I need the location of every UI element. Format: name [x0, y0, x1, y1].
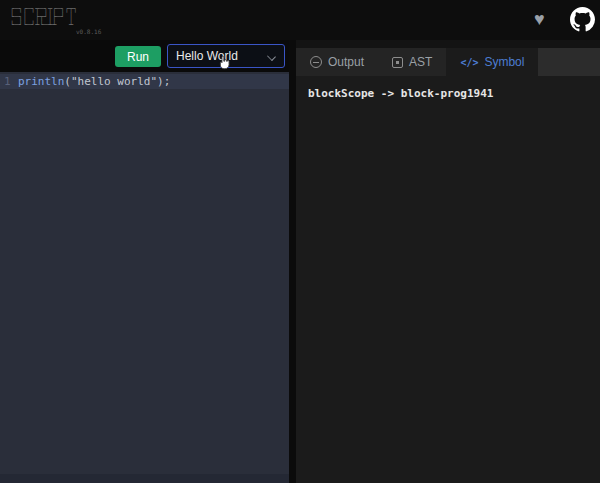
- code-editor[interactable]: 1 println("hello world");: [0, 72, 289, 483]
- toolbar: Run Hello World: [0, 40, 289, 72]
- tab-symbol-label: Symbol: [484, 55, 524, 69]
- ast-icon: [392, 57, 403, 68]
- line-number: 1: [0, 75, 18, 88]
- tab-symbol[interactable]: </> Symbol: [446, 48, 538, 76]
- header-bar: ┌─┐┌─┐┬─┐┬┌─┐┌┬┐ └─┐│ ├┬┘│├─┘ │ └─┘└─┘┴└…: [0, 0, 600, 40]
- token-paren-close: );: [157, 75, 170, 88]
- token-paren-open: (: [64, 75, 71, 88]
- panel-divider: [289, 40, 296, 483]
- right-panel-tabs: Output AST </> Symbol: [296, 48, 600, 76]
- chevron-down-icon: [267, 52, 276, 61]
- logo-line-1: ┌─┐┌─┐┬─┐┬┌─┐┌┬┐: [10, 5, 77, 13]
- ascii-logo: ┌─┐┌─┐┬─┐┬┌─┐┌┬┐ └─┐│ ├┬┘│├─┘ │ └─┘└─┘┴└…: [10, 5, 77, 29]
- editor-scrollbar-track[interactable]: [0, 474, 289, 483]
- tab-ast[interactable]: AST: [378, 48, 446, 76]
- tabstrip-filler: [538, 48, 600, 76]
- output-icon: [310, 56, 322, 68]
- run-button[interactable]: Run: [115, 46, 161, 67]
- version-label: v0.8.16: [76, 28, 101, 35]
- github-icon[interactable]: [570, 7, 595, 32]
- editor-active-line: 1 println("hello world");: [0, 74, 289, 89]
- tab-output-label: Output: [328, 55, 364, 69]
- tab-ast-label: AST: [409, 55, 432, 69]
- mouse-pointer-cursor: [218, 56, 231, 75]
- symbol-scope-line: blockScope -> block-prog1941: [308, 87, 493, 100]
- tab-output[interactable]: Output: [296, 48, 378, 76]
- token-println: println: [18, 75, 64, 88]
- token-string: "hello world": [71, 75, 157, 88]
- logo-line-3: └─┘└─┘┴└─┴┴ ┴: [10, 21, 77, 29]
- right-header-gap: [296, 40, 600, 48]
- logo-line-2: └─┐│ ├┬┘│├─┘ │: [10, 13, 77, 21]
- playground-app: ┌─┐┌─┐┬─┐┬┌─┐┌┬┐ └─┐│ ├┬┘│├─┘ │ └─┘└─┘┴└…: [0, 0, 600, 483]
- code-icon: </>: [460, 57, 478, 68]
- symbol-panel: blockScope -> block-prog1941: [296, 76, 600, 483]
- code-line: println("hello world");: [18, 75, 170, 88]
- heart-icon[interactable]: ♥: [534, 9, 545, 30]
